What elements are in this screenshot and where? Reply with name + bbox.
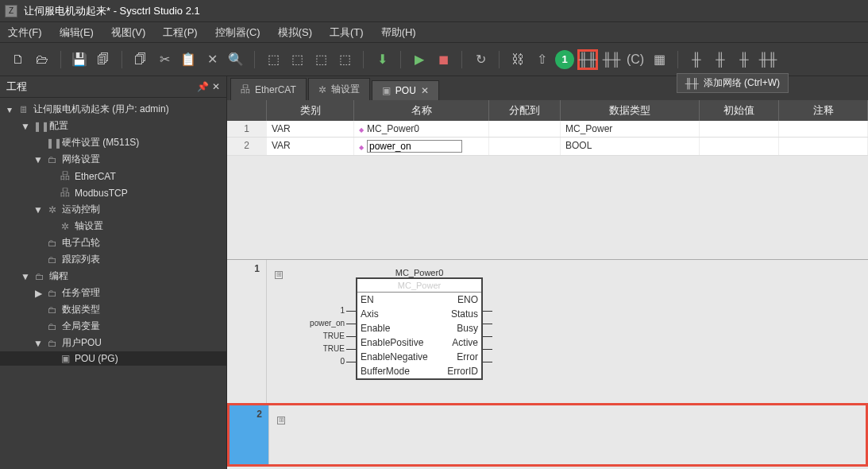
fbd-block-type: MC_Power [357,279,481,293]
tab-icon: 品 [241,83,250,96]
app-icon: Z [5,5,17,17]
menu-tools[interactable]: 工具(T) [330,25,364,40]
tree-item[interactable]: ▼🗀网络设置 [0,151,226,168]
tool-h1-icon[interactable]: ╫ [686,49,707,70]
network-1-num: 1 [227,260,267,403]
menu-project[interactable]: 工程(P) [163,25,197,40]
tooltip-icon: ╫╫ [685,78,699,89]
tooltip-text: 添加网络 (Ctrl+W) [704,76,780,90]
fbd-instance-name: MC_Power0 [356,268,483,277]
refresh-icon[interactable]: ↻ [470,49,491,70]
table-row[interactable]: 2VAR◆BOOL [227,138,868,156]
compile-icon[interactable]: ⬚ [263,49,284,70]
tool-h3-icon[interactable]: ╫ [734,49,754,70]
pin-icon[interactable]: 📌 [197,81,209,92]
tab-轴设置[interactable]: ✲轴设置 [308,78,370,100]
tool-co-icon[interactable]: (C) [625,49,646,70]
tree-item[interactable]: 🗀跟踪列表 [0,251,226,268]
tool-h4-icon[interactable]: ╫╫ [758,49,778,70]
expand-icon[interactable]: ⊞ [277,417,285,424]
add-network-icon[interactable]: ╫╫ [577,49,598,70]
toolbar: 🗋 🗁 💾 🗐 🗍 ✂ 📋 ✕ 🔍 ⬚ ⬚ ⬚ ⬚ ⬇ ▶ ◼ ↻ ⛓ ⇧ 1 … [0,43,868,76]
tool3-icon[interactable]: ⬚ [334,49,355,70]
menu-view[interactable]: 视图(V) [111,25,145,40]
fbd-input-label: TRUE [283,331,345,340]
run-icon[interactable]: ▶ [409,49,430,70]
tree-item[interactable]: 品ModbusTCP [0,184,226,201]
network-2-num: 2 [230,405,269,464]
tool-h2-icon[interactable]: ╫ [710,49,731,70]
tree-item[interactable]: 品EtherCAT [0,168,226,184]
menu-help[interactable]: 帮助(H) [381,25,416,40]
menu-controller[interactable]: 控制器(C) [215,25,260,40]
tree-item[interactable]: ▼🗀编程 [0,268,226,285]
close-icon[interactable]: ✕ [212,81,220,92]
var-name-input[interactable] [367,140,462,153]
tab-EtherCAT[interactable]: 品EtherCAT [230,78,307,100]
tree-item[interactable]: ✲轴设置 [0,218,226,234]
paste-icon[interactable]: 📋 [178,49,199,70]
tree-root[interactable]: ▾🗏 让伺服电机动起来 (用户: admin) [0,101,226,118]
tab-icon: ✲ [318,84,326,95]
fbd-input-label: TRUE [283,344,345,353]
fbd-input-label: 0 [283,357,345,366]
titlebar: Z 让伺服电机动起来* - Sysctrl Studio 2.1 [0,0,868,22]
tree-item[interactable]: ▶🗀任务管理 [0,285,226,301]
tooltip: ╫╫ 添加网络 (Ctrl+W) [677,73,789,93]
menu-edit[interactable]: 编辑(E) [60,25,94,40]
project-panel-title: 工程 [6,79,27,94]
editor-area: 品EtherCAT✲轴设置▣POU✕ 类别 名称 分配到 数据类型 初始值 注释… [227,76,868,469]
delete-icon[interactable]: ✕ [202,49,222,70]
fbd-block[interactable]: MC_Power0 MC_Power ENENOAxisStatusEnable… [356,268,483,380]
network-1-body[interactable]: ⊞ 1power_onTRUETRUE0 MC_Power0 MC_Power … [267,260,868,403]
save-icon[interactable]: 💾 [69,49,90,70]
network-2[interactable]: 2 ⊞ 2 [227,403,868,467]
menu-simulate[interactable]: 模拟(S) [278,25,312,40]
tree-item[interactable]: 🗀电子凸轮 [0,234,226,251]
connect-icon[interactable]: ⬇ [372,49,392,70]
tab-icon: ▣ [382,85,391,96]
cut-icon[interactable]: ✂ [154,49,175,70]
network-2-body[interactable]: ⊞ [269,405,866,464]
network-1[interactable]: 1 ⊞ 1power_onTRUETRUE0 MC_Power0 MC_Powe… [227,260,868,403]
open-icon[interactable]: 🗁 [32,49,52,70]
project-panel-header: 工程 📌 ✕ [0,76,226,98]
tool-net2-icon[interactable]: ╫╫ [601,49,622,70]
tree-root-label: 让伺服电机动起来 (用户: admin) [33,103,169,116]
table-row[interactable]: 1VAR◆MC_Power0MC_Power [227,121,868,138]
up-icon[interactable]: ⇧ [531,49,552,70]
tree-item[interactable]: ▼🗀用户POU [0,335,226,351]
tree-item[interactable]: 🗀数据类型 [0,301,226,318]
tool2-icon[interactable]: ⬚ [311,49,331,70]
annotation-badge-1: 1 [555,50,574,69]
tree-item[interactable]: ▼✲运动控制 [0,201,226,218]
search-icon[interactable]: 🔍 [226,49,246,70]
tool1-icon[interactable]: ⬚ [287,49,307,70]
fbd-networks: 1 ⊞ 1power_onTRUETRUE0 MC_Power0 MC_Powe… [227,260,868,469]
saveall-icon[interactable]: 🗐 [93,49,114,70]
copy-icon[interactable]: 🗍 [130,49,151,70]
menu-file[interactable]: 文件(F) [8,25,42,40]
menubar: 文件(F) 编辑(E) 视图(V) 工程(P) 控制器(C) 模拟(S) 工具(… [0,22,868,43]
vartable-header: 类别 名称 分配到 数据类型 初始值 注释 [227,100,868,121]
tab-POU[interactable]: ▣POU✕ [372,80,439,100]
fbd-input-label: power_on [283,319,345,328]
link-icon[interactable]: ⛓ [507,49,528,70]
tab-close-icon[interactable]: ✕ [421,85,429,96]
project-panel: 工程 📌 ✕ ▾🗏 让伺服电机动起来 (用户: admin) ▼❚❚配置❚❚硬件… [0,76,227,469]
variable-table: 类别 名称 分配到 数据类型 初始值 注释 1VAR◆MC_Power0MC_P… [227,100,868,260]
tool-fb-icon[interactable]: ▦ [649,49,669,70]
tree-item[interactable]: ▼❚❚配置 [0,118,226,134]
tree-item[interactable]: 🗀全局变量 [0,318,226,335]
project-tree: ▾🗏 让伺服电机动起来 (用户: admin) ▼❚❚配置❚❚硬件设置 (M51… [0,98,226,369]
window-title: 让伺服电机动起来* - Sysctrl Studio 2.1 [24,4,200,18]
new-icon[interactable]: 🗋 [8,49,29,70]
tree-item[interactable]: ▣POU (PG) [0,351,226,366]
expand-icon[interactable]: ⊞ [275,271,283,279]
fbd-input-label: 1 [283,306,345,315]
stop-icon[interactable]: ◼ [433,49,453,70]
tree-item[interactable]: ❚❚硬件设置 (M511S) [0,134,226,151]
